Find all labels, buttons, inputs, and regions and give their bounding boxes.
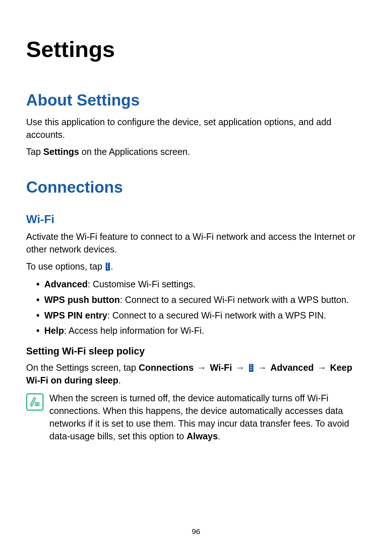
about-settings-para1: Use this application to configure the de… [26, 116, 366, 141]
option-desc: : Customise Wi-Fi settings. [87, 279, 195, 289]
text-fragment: Tap [26, 147, 43, 157]
page-content: Settings About Settings Use this applica… [0, 0, 392, 443]
option-label: WPS PIN entry [44, 310, 107, 320]
arrow-icon: → [236, 362, 245, 373]
path-wifi: Wi-Fi [210, 362, 232, 373]
path-advanced: Advanced [270, 362, 314, 373]
option-desc: : Connect to a secured Wi-Fi network wit… [107, 310, 326, 320]
text-fragment: To use options, tap [26, 261, 105, 271]
option-desc: : Access help information for Wi-Fi. [64, 325, 204, 336]
more-options-icon [106, 263, 110, 271]
wifi-heading: Wi-Fi [26, 213, 366, 226]
text-fragment: . [118, 375, 121, 385]
about-settings-heading: About Settings [26, 91, 366, 109]
page-title: Settings [26, 36, 366, 62]
sleep-policy-path: On the Settings screen, tap Connections … [26, 361, 366, 387]
option-label: Advanced [44, 279, 87, 289]
arrow-icon: → [197, 362, 206, 373]
text-fragment: On the Settings screen, tap [26, 362, 139, 373]
connections-heading: Connections [26, 178, 366, 196]
list-item: WPS push button: Connect to a secured Wi… [36, 293, 366, 307]
note-always-label: Always [187, 431, 218, 441]
option-label: Help [44, 325, 64, 336]
about-settings-para2: Tap Settings on the Applications screen. [26, 145, 366, 158]
list-item: Advanced: Customise Wi-Fi settings. [36, 277, 366, 291]
more-options-icon [249, 364, 253, 372]
path-connections: Connections [139, 362, 193, 373]
text-fragment: . [218, 431, 220, 441]
wifi-para1: Activate the Wi-Fi feature to connect to… [26, 230, 366, 256]
option-desc: : Connect to a secured Wi-Fi network wit… [120, 295, 349, 305]
arrow-icon: → [317, 362, 326, 373]
note-text: When the screen is turned off, the devic… [49, 392, 366, 443]
wifi-para2: To use options, tap . [26, 260, 366, 273]
list-item: Help: Access help information for Wi-Fi. [36, 324, 366, 338]
option-label: WPS push button [44, 295, 120, 305]
note-icon [26, 393, 44, 411]
settings-app-label: Settings [43, 147, 79, 157]
arrow-icon: → [258, 362, 267, 373]
wifi-options-list: Advanced: Customise Wi-Fi settings. WPS … [36, 277, 366, 338]
text-fragment: . [111, 261, 113, 271]
note-block: When the screen is turned off, the devic… [26, 392, 366, 443]
text-fragment: on the Applications screen. [79, 147, 190, 157]
sleep-policy-heading: Setting Wi-Fi sleep policy [26, 346, 366, 357]
page-number: 96 [0, 527, 392, 536]
list-item: WPS PIN entry: Connect to a secured Wi-F… [36, 308, 366, 323]
